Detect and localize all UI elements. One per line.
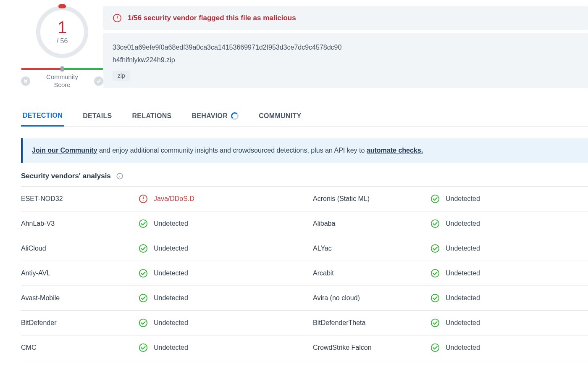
svg-point-10 (431, 195, 439, 202)
vendor-result: Undetected (139, 293, 188, 303)
vendor-row: Antiy-AVLUndetectedArcabitUndetected (21, 261, 588, 286)
svg-point-18 (431, 294, 439, 301)
vendor-cell: AliCloudUndetected (21, 236, 296, 261)
svg-point-22 (431, 343, 439, 351)
svg-point-17 (139, 294, 147, 301)
tab-label: DETAILS (83, 112, 112, 120)
vote-harmless-button[interactable] (21, 77, 30, 86)
vendor-name: Arcabit (313, 269, 430, 277)
vendor-cell: ArcabitUndetected (296, 261, 588, 285)
promo-text: and enjoy additional community insights … (97, 147, 367, 154)
vendors-header: Security vendors' analysis i (21, 163, 588, 187)
info-icon[interactable]: i (115, 172, 124, 180)
automate-checks-link[interactable]: automate checks. (367, 147, 423, 154)
vendors-title: Security vendors' analysis (21, 172, 111, 180)
vendor-result-text: Undetected (446, 319, 480, 327)
svg-point-16 (431, 269, 439, 277)
tabs: DETECTIONDETAILSRELATIONSBEHAVIORCOMMUNI… (21, 106, 588, 127)
file-hash: 33ce01a69efe9f0a68edf39a0ca3ca1415366997… (113, 41, 579, 54)
x-icon (23, 79, 28, 84)
vendor-result-text: Undetected (446, 220, 480, 227)
vendor-result: Java/DDoS.D (139, 194, 194, 203)
vendor-name: Alibaba (313, 220, 430, 227)
tab-details[interactable]: DETAILS (81, 106, 113, 126)
vendor-cell: BitDefenderUndetected (21, 311, 296, 335)
vendor-result: Undetected (430, 343, 480, 352)
svg-point-19 (139, 319, 147, 326)
vendor-name: BitDefenderTheta (313, 319, 430, 327)
check-circle-icon (139, 244, 148, 253)
file-info-card: 33ce01a69efe9f0a68edf39a0ca3ca1415366997… (103, 33, 588, 88)
vendor-result: Undetected (139, 219, 188, 228)
vendor-result-text: Undetected (154, 294, 188, 302)
check-circle-icon (430, 219, 440, 228)
join-community-link[interactable]: Join our Community (32, 147, 97, 154)
vendor-result-text: Undetected (446, 294, 480, 302)
vendor-result: Undetected (430, 219, 480, 228)
check-circle-icon (430, 318, 440, 328)
check-circle-icon (430, 343, 440, 352)
vendor-row: BitDefenderUndetectedBitDefenderThetaUnd… (21, 311, 588, 335)
vendor-result-text: Undetected (154, 319, 188, 327)
alert-text: 1/56 security vendor flagged this file a… (128, 14, 296, 22)
vendor-row: Avast-MobileUndetectedAvira (no cloud)Un… (21, 286, 588, 311)
check-circle-icon (430, 244, 440, 253)
svg-point-15 (139, 269, 147, 277)
vendor-row: ESET-NOD32Java/DDoS.DAcronis (Static ML)… (21, 187, 588, 211)
vendor-name: Avast-Mobile (21, 294, 139, 302)
vendor-cell: AlibabaUndetected (296, 211, 588, 236)
check-circle-icon (430, 194, 440, 203)
community-score-block: Community Score (21, 68, 103, 89)
vendor-name: Antiy-AVL (21, 269, 139, 277)
tab-relations[interactable]: RELATIONS (131, 106, 173, 126)
vendor-result: Undetected (139, 244, 188, 253)
vendor-row: AhnLab-V3UndetectedAlibabaUndetected (21, 211, 588, 236)
vendor-name: CrowdStrike Falcon (313, 344, 430, 351)
svg-point-20 (431, 319, 439, 326)
loading-spinner-icon (231, 112, 239, 120)
vendor-result: Undetected (430, 194, 480, 203)
summary-header: 1 / 56 Community Score (21, 0, 588, 89)
alert-circle-icon (139, 194, 148, 203)
score-column: 1 / 56 Community Score (21, 6, 103, 89)
vendor-result-text: Java/DDoS.D (154, 195, 194, 203)
score-total: / 56 (57, 37, 68, 45)
community-score-knob (60, 66, 64, 71)
check-icon (96, 79, 101, 84)
vendor-result: Undetected (139, 343, 188, 352)
tab-community[interactable]: COMMUNITY (257, 106, 303, 126)
vendor-result-text: Undetected (446, 269, 480, 277)
vendor-result: Undetected (430, 244, 480, 253)
tab-label: RELATIONS (132, 112, 172, 120)
vendor-result-text: Undetected (154, 220, 188, 227)
vendor-result: Undetected (430, 293, 480, 303)
vendor-name: Avira (no cloud) (313, 294, 430, 302)
tab-behavior[interactable]: BEHAVIOR (190, 106, 240, 126)
vendor-name: BitDefender (21, 319, 139, 327)
vote-malicious-button[interactable] (94, 77, 103, 86)
svg-point-11 (139, 219, 147, 227)
tab-detection[interactable]: DETECTION (21, 106, 64, 127)
vendor-cell: Avast-MobileUndetected (21, 286, 296, 310)
file-type-tag[interactable]: zip (113, 71, 130, 81)
vendor-cell: AhnLab-V3Undetected (21, 211, 296, 236)
vendor-name: AliCloud (21, 245, 139, 252)
score-detections: 1 (58, 19, 67, 36)
vendor-cell: BitDefenderThetaUndetected (296, 311, 588, 335)
vendor-name: CMC (21, 344, 139, 351)
check-circle-icon (139, 318, 148, 328)
alert-icon (113, 13, 122, 23)
vendor-result: Undetected (139, 269, 188, 278)
check-circle-icon (139, 219, 148, 228)
check-circle-icon (139, 269, 148, 278)
vendor-result: Undetected (430, 318, 480, 328)
vendor-cell: CMCUndetected (21, 335, 296, 360)
vendor-row: AliCloudUndetectedALYacUndetected (21, 236, 588, 261)
vendor-row: CMCUndetectedCrowdStrike FalconUndetecte… (21, 335, 588, 360)
svg-point-21 (139, 343, 147, 351)
vendor-cell: ALYacUndetected (296, 236, 588, 261)
vendor-result-text: Undetected (446, 195, 480, 203)
vendor-result: Undetected (139, 318, 188, 328)
detection-alert: 1/56 security vendor flagged this file a… (103, 6, 588, 30)
check-circle-icon (139, 343, 148, 352)
